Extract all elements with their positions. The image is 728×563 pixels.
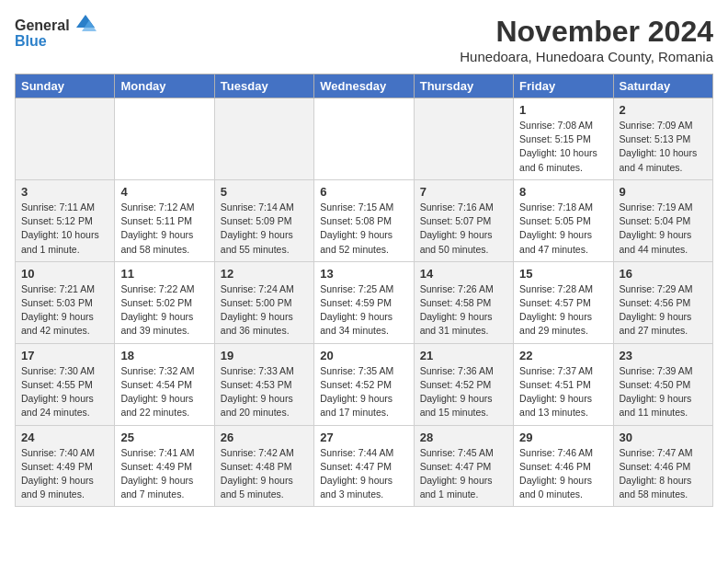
day-info: Sunrise: 7:26 AMSunset: 4:58 PMDaylight:… <box>420 282 507 339</box>
calendar-day-cell: 16Sunrise: 7:29 AMSunset: 4:56 PMDayligh… <box>613 261 712 343</box>
day-info: Sunrise: 7:19 AMSunset: 5:04 PMDaylight:… <box>620 201 707 257</box>
day-number: 3 <box>21 185 108 199</box>
logo-icon <box>73 11 98 37</box>
day-info: Sunrise: 7:42 AMSunset: 4:48 PMDaylight:… <box>221 446 308 502</box>
calendar-week-row: 10Sunrise: 7:21 AMSunset: 5:03 PMDayligh… <box>16 261 713 343</box>
day-number: 5 <box>221 185 308 199</box>
calendar-day-cell: 23Sunrise: 7:39 AMSunset: 4:50 PMDayligh… <box>613 343 712 425</box>
day-number: 13 <box>320 267 407 281</box>
day-number: 29 <box>519 431 607 444</box>
calendar-day-cell: 1Sunrise: 7:08 AMSunset: 5:15 PMDaylight… <box>514 98 613 180</box>
day-info: Sunrise: 7:24 AMSunset: 5:00 PMDaylight:… <box>221 282 308 339</box>
calendar-day-cell: 14Sunrise: 7:26 AMSunset: 4:58 PMDayligh… <box>414 261 513 343</box>
day-info: Sunrise: 7:22 AMSunset: 5:02 PMDaylight:… <box>120 282 208 339</box>
day-info: Sunrise: 7:14 AMSunset: 5:09 PMDaylight:… <box>221 201 308 257</box>
calendar-week-row: 17Sunrise: 7:30 AMSunset: 4:55 PMDayligh… <box>16 343 713 425</box>
calendar-day-cell: 10Sunrise: 7:21 AMSunset: 5:03 PMDayligh… <box>16 261 115 343</box>
day-info: Sunrise: 7:47 AMSunset: 4:46 PMDaylight:… <box>620 446 707 502</box>
calendar-day-cell: 27Sunrise: 7:44 AMSunset: 4:47 PMDayligh… <box>314 425 414 507</box>
calendar-day-cell: 19Sunrise: 7:33 AMSunset: 4:53 PMDayligh… <box>214 343 313 425</box>
weekday-header-sunday: Sunday <box>16 75 115 98</box>
day-info: Sunrise: 7:28 AMSunset: 4:57 PMDaylight:… <box>519 282 607 339</box>
day-number: 22 <box>519 349 607 362</box>
day-number: 30 <box>620 431 707 444</box>
calendar-week-row: 3Sunrise: 7:11 AMSunset: 5:12 PMDaylight… <box>16 179 713 261</box>
weekday-header-tuesday: Tuesday <box>214 75 313 98</box>
day-number: 18 <box>120 349 208 362</box>
calendar-empty-cell <box>314 98 414 180</box>
title-section: November 2024 Hunedoara, Hunedoara Count… <box>460 15 713 64</box>
calendar-day-cell: 17Sunrise: 7:30 AMSunset: 4:55 PMDayligh… <box>16 343 115 425</box>
weekday-header-wednesday: Wednesday <box>314 75 414 98</box>
logo-text-blue: Blue <box>15 33 47 50</box>
day-info: Sunrise: 7:21 AMSunset: 5:03 PMDaylight:… <box>21 282 108 339</box>
day-info: Sunrise: 7:37 AMSunset: 4:51 PMDaylight:… <box>519 364 607 420</box>
calendar-day-cell: 18Sunrise: 7:32 AMSunset: 4:54 PMDayligh… <box>115 343 214 425</box>
day-info: Sunrise: 7:40 AMSunset: 4:49 PMDaylight:… <box>21 446 108 502</box>
day-number: 19 <box>221 349 308 362</box>
day-info: Sunrise: 7:32 AMSunset: 4:54 PMDaylight:… <box>120 364 208 420</box>
calendar-day-cell: 11Sunrise: 7:22 AMSunset: 5:02 PMDayligh… <box>115 261 214 343</box>
location: Hunedoara, Hunedoara County, Romania <box>460 49 713 64</box>
calendar-day-cell: 15Sunrise: 7:28 AMSunset: 4:57 PMDayligh… <box>514 261 613 343</box>
day-info: Sunrise: 7:15 AMSunset: 5:08 PMDaylight:… <box>320 201 407 257</box>
day-info: Sunrise: 7:18 AMSunset: 5:05 PMDaylight:… <box>519 201 607 257</box>
calendar-empty-cell <box>115 98 214 180</box>
day-number: 14 <box>420 267 507 281</box>
calendar-empty-cell <box>214 98 313 180</box>
calendar-day-cell: 26Sunrise: 7:42 AMSunset: 4:48 PMDayligh… <box>214 425 313 507</box>
calendar-day-cell: 5Sunrise: 7:14 AMSunset: 5:09 PMDaylight… <box>214 179 313 261</box>
logo-text-general: General <box>15 17 70 34</box>
day-info: Sunrise: 7:08 AMSunset: 5:15 PMDaylight:… <box>519 119 607 175</box>
day-number: 7 <box>420 185 507 199</box>
calendar-day-cell: 25Sunrise: 7:41 AMSunset: 4:49 PMDayligh… <box>115 425 214 507</box>
day-info: Sunrise: 7:25 AMSunset: 4:59 PMDaylight:… <box>320 282 407 339</box>
day-number: 23 <box>620 349 707 362</box>
calendar-day-cell: 21Sunrise: 7:36 AMSunset: 4:52 PMDayligh… <box>414 343 513 425</box>
weekday-header-friday: Friday <box>514 75 613 98</box>
day-number: 16 <box>620 267 707 281</box>
calendar-day-cell: 2Sunrise: 7:09 AMSunset: 5:13 PMDaylight… <box>613 98 712 180</box>
day-info: Sunrise: 7:39 AMSunset: 4:50 PMDaylight:… <box>620 364 707 420</box>
calendar-day-cell: 4Sunrise: 7:12 AMSunset: 5:11 PMDaylight… <box>115 179 214 261</box>
weekday-header-row: SundayMondayTuesdayWednesdayThursdayFrid… <box>16 75 713 98</box>
calendar-day-cell: 3Sunrise: 7:11 AMSunset: 5:12 PMDaylight… <box>16 179 115 261</box>
day-info: Sunrise: 7:09 AMSunset: 5:13 PMDaylight:… <box>620 119 707 175</box>
weekday-header-thursday: Thursday <box>414 75 513 98</box>
weekday-header-monday: Monday <box>115 75 214 98</box>
day-number: 25 <box>120 431 208 444</box>
day-number: 11 <box>120 267 208 281</box>
calendar-day-cell: 7Sunrise: 7:16 AMSunset: 5:07 PMDaylight… <box>414 179 513 261</box>
day-info: Sunrise: 7:35 AMSunset: 4:52 PMDaylight:… <box>320 364 407 420</box>
calendar-day-cell: 20Sunrise: 7:35 AMSunset: 4:52 PMDayligh… <box>314 343 414 425</box>
weekday-header-saturday: Saturday <box>613 75 712 98</box>
day-info: Sunrise: 7:16 AMSunset: 5:07 PMDaylight:… <box>420 201 507 257</box>
calendar-day-cell: 22Sunrise: 7:37 AMSunset: 4:51 PMDayligh… <box>514 343 613 425</box>
day-number: 8 <box>519 185 607 199</box>
day-number: 9 <box>620 185 707 199</box>
calendar-week-row: 24Sunrise: 7:40 AMSunset: 4:49 PMDayligh… <box>16 425 713 507</box>
day-info: Sunrise: 7:33 AMSunset: 4:53 PMDaylight:… <box>221 364 308 420</box>
calendar-day-cell: 8Sunrise: 7:18 AMSunset: 5:05 PMDaylight… <box>514 179 613 261</box>
calendar-day-cell: 29Sunrise: 7:46 AMSunset: 4:46 PMDayligh… <box>514 425 613 507</box>
calendar-day-cell: 12Sunrise: 7:24 AMSunset: 5:00 PMDayligh… <box>214 261 313 343</box>
day-number: 27 <box>320 431 407 444</box>
day-info: Sunrise: 7:11 AMSunset: 5:12 PMDaylight:… <box>21 201 108 257</box>
calendar-week-row: 1Sunrise: 7:08 AMSunset: 5:15 PMDaylight… <box>16 98 713 180</box>
day-number: 12 <box>221 267 308 281</box>
calendar-empty-cell <box>414 98 513 180</box>
day-number: 24 <box>21 431 108 444</box>
day-number: 28 <box>420 431 507 444</box>
day-number: 17 <box>21 349 108 362</box>
day-info: Sunrise: 7:12 AMSunset: 5:11 PMDaylight:… <box>120 201 208 257</box>
calendar-empty-cell <box>16 98 115 180</box>
day-info: Sunrise: 7:44 AMSunset: 4:47 PMDaylight:… <box>320 446 407 502</box>
day-number: 2 <box>620 103 707 117</box>
day-number: 1 <box>519 103 607 117</box>
day-number: 20 <box>320 349 407 362</box>
day-info: Sunrise: 7:29 AMSunset: 4:56 PMDaylight:… <box>620 282 707 339</box>
calendar-day-cell: 30Sunrise: 7:47 AMSunset: 4:46 PMDayligh… <box>613 425 712 507</box>
calendar-day-cell: 13Sunrise: 7:25 AMSunset: 4:59 PMDayligh… <box>314 261 414 343</box>
day-number: 26 <box>221 431 308 444</box>
calendar-day-cell: 9Sunrise: 7:19 AMSunset: 5:04 PMDaylight… <box>613 179 712 261</box>
